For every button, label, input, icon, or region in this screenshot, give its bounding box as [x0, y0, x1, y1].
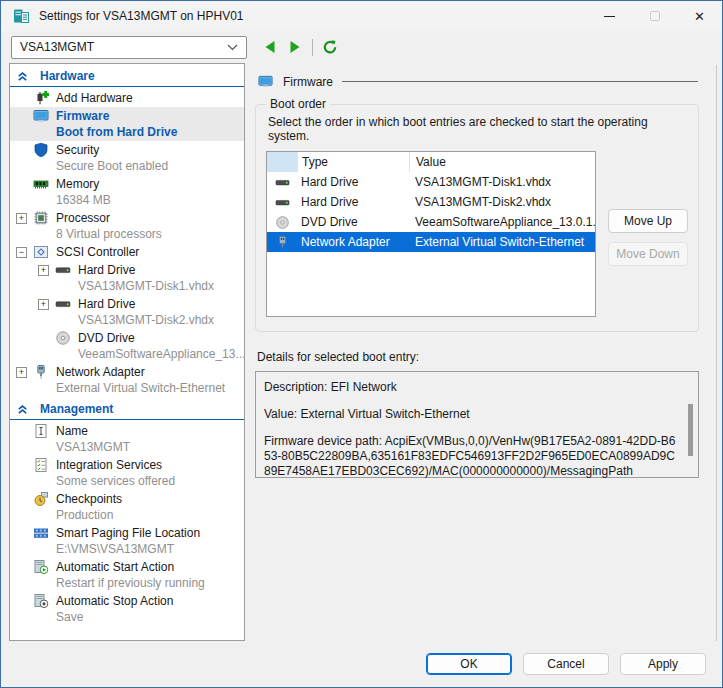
- chevron-double-up-icon: [16, 70, 29, 83]
- security-icon: [33, 142, 49, 158]
- move-down-button[interactable]: Move Down: [608, 242, 688, 266]
- item-label: Firmware: [56, 108, 177, 124]
- item-label: SCSI Controller: [56, 244, 139, 260]
- value-column-header: Value: [409, 152, 595, 172]
- boot-entry-value: External Virtual Switch-Ethernet: [409, 232, 595, 252]
- sidebar-item-automatic-start-action-restart-if-previousl[interactable]: Automatic Start ActionRestart if previou…: [10, 558, 244, 592]
- expand-slot: +: [38, 296, 55, 312]
- expand-slot: [16, 491, 33, 507]
- expand-toggle-icon[interactable]: +: [16, 213, 27, 224]
- processor-icon: [33, 210, 49, 226]
- item-subtext: VSA13MGMT: [56, 439, 130, 455]
- boot-order-legend: Boot order: [266, 97, 330, 111]
- vm-selector-dropdown[interactable]: VSA13MGMT: [11, 36, 247, 59]
- header-rule: [342, 81, 698, 82]
- sidebar-section-hardware[interactable]: Hardware: [10, 64, 244, 87]
- expand-toggle-icon[interactable]: +: [16, 367, 27, 378]
- item-subtext: E:\VMS\VSA13MGMT: [56, 541, 200, 557]
- expand-toggle-icon[interactable]: +: [38, 299, 49, 310]
- sidebar-item-checkpoints-production[interactable]: CheckpointsProduction: [10, 490, 244, 524]
- item-label: Processor: [56, 210, 162, 226]
- sidebar-item-dvd-drive-veeamsoftwareapplian[interactable]: DVD DriveVeeamSoftwareAppliance_13....: [10, 329, 244, 363]
- maximize-button: [632, 1, 677, 31]
- item-subtext: VSA13MGMT-Disk2.vhdx: [78, 312, 214, 328]
- checkpoints-icon: [33, 491, 49, 507]
- collapse-toggle-icon[interactable]: −: [16, 247, 27, 258]
- icon-column-header: [267, 152, 297, 172]
- sidebar-item-integration-services-some-services-offere[interactable]: Integration ServicesSome services offere…: [10, 456, 244, 490]
- boot-entry-type: DVD Drive: [297, 212, 409, 232]
- sidebar-item-name-vsa13mgmt[interactable]: NameVSA13MGMT: [10, 422, 244, 456]
- app-icon: [13, 8, 30, 25]
- sidebar-item-network-adapter-external-virtual-swi[interactable]: +Network AdapterExternal Virtual Switch-…: [10, 363, 244, 397]
- expand-slot: [16, 593, 33, 609]
- boot-entry-hard-drive[interactable]: Hard DriveVSA13MGMT-Disk1.vhdx: [267, 172, 595, 192]
- expand-slot: +: [16, 210, 33, 226]
- firmware-panel: Firmware Boot order Select the order in …: [245, 63, 723, 641]
- item-subtext: Restart if previously running: [56, 575, 205, 591]
- sidebar-item-hard-drive-vsa13mgmt-disk2-vhdx[interactable]: +Hard DriveVSA13MGMT-Disk2.vhdx: [10, 295, 244, 329]
- section-label: Hardware: [40, 69, 95, 83]
- details-scrollbar-thumb[interactable]: [688, 404, 693, 456]
- sidebar-item-automatic-stop-action-save[interactable]: Automatic Stop ActionSave: [10, 592, 244, 626]
- toolbar: VSA13MGMT: [1, 31, 722, 63]
- panel-title: Firmware: [283, 75, 333, 89]
- item-label: Checkpoints: [56, 491, 122, 507]
- boot-entry-dvd-drive[interactable]: DVD DriveVeeamSoftwareAppliance_13.0.1.1…: [267, 212, 595, 232]
- dvd-drive-icon: [275, 215, 290, 230]
- boot-entry-network-adapter[interactable]: Network AdapterExternal Virtual Switch-E…: [267, 232, 595, 252]
- sidebar-item-hard-drive-vsa13mgmt-disk1-vhdx[interactable]: +Hard DriveVSA13MGMT-Disk1.vhdx: [10, 261, 244, 295]
- item-subtext: 8 Virtual processors: [56, 226, 162, 242]
- chevron-down-icon: [227, 44, 238, 51]
- sidebar-item-firmware-boot-from-hard-drive[interactable]: FirmwareBoot from Hard Drive: [10, 107, 244, 141]
- firmware-icon: [257, 74, 274, 89]
- item-subtext: Production: [56, 507, 122, 523]
- item-label: Integration Services: [56, 457, 175, 473]
- expand-slot: [16, 525, 33, 541]
- network-adapter-icon: [33, 364, 49, 380]
- sidebar-item-smart-paging-file-location-e-vms-vsa13mgmt[interactable]: Smart Paging File LocationE:\VMS\VSA13MG…: [10, 524, 244, 558]
- sidebar-item-add-hardware[interactable]: Add Hardware: [10, 89, 244, 107]
- details-value: Value: External Virtual Switch-Ethernet: [264, 407, 676, 422]
- navigate-back-button[interactable]: [262, 39, 278, 55]
- close-button[interactable]: ✕: [677, 1, 722, 31]
- item-label: Security: [56, 142, 168, 158]
- chevron-double-up-icon: [16, 403, 29, 416]
- dialog-footer: OK Cancel Apply: [1, 641, 722, 687]
- item-subtext: External Virtual Switch-Ethernet: [56, 380, 225, 396]
- panel-divider: [716, 65, 717, 641]
- item-label: Network Adapter: [56, 364, 225, 380]
- item-subtext: 16384 MB: [56, 192, 111, 208]
- type-column-header: Type: [297, 152, 409, 172]
- item-label: Automatic Start Action: [56, 559, 205, 575]
- navigate-forward-button[interactable]: [287, 39, 303, 55]
- expand-toggle-icon[interactable]: +: [38, 265, 49, 276]
- refresh-button[interactable]: [322, 39, 338, 55]
- scsi-controller-icon: [33, 244, 49, 260]
- integration-services-icon: [33, 457, 49, 473]
- apply-button[interactable]: Apply: [620, 653, 706, 675]
- auto-start-icon: [33, 559, 49, 575]
- item-label: Automatic Stop Action: [56, 593, 173, 609]
- cancel-button[interactable]: Cancel: [523, 653, 609, 675]
- item-label: Memory: [56, 176, 111, 192]
- sidebar-item-processor-8-virtual-processors[interactable]: +Processor8 Virtual processors: [10, 209, 244, 243]
- expand-slot: [38, 330, 55, 346]
- item-subtext: Secure Boot enabled: [56, 158, 168, 174]
- details-box: Description: EFI Network Value: External…: [255, 371, 699, 478]
- sidebar-section-management[interactable]: Management: [10, 397, 244, 420]
- sidebar-item-security-secure-boot-enabled[interactable]: SecuritySecure Boot enabled: [10, 141, 244, 175]
- details-label: Details for selected boot entry:: [257, 350, 723, 364]
- ok-button[interactable]: OK: [426, 653, 512, 675]
- move-up-button[interactable]: Move Up: [608, 209, 688, 233]
- item-label: Hard Drive: [78, 296, 214, 312]
- sidebar-item-memory-16384-mb[interactable]: Memory16384 MB: [10, 175, 244, 209]
- minimize-button[interactable]: [587, 1, 632, 31]
- hard-drive-icon: [275, 195, 290, 210]
- boot-entry-hard-drive[interactable]: Hard DriveVSA13MGMT-Disk2.vhdx: [267, 192, 595, 212]
- boot-entry-value: VSA13MGMT-Disk1.vhdx: [409, 172, 595, 192]
- item-subtext: Some services offered: [56, 473, 175, 489]
- sidebar-item-scsi-controller[interactable]: −SCSI Controller: [10, 243, 244, 261]
- boot-entry-type: Hard Drive: [297, 172, 409, 192]
- expand-slot: [16, 559, 33, 575]
